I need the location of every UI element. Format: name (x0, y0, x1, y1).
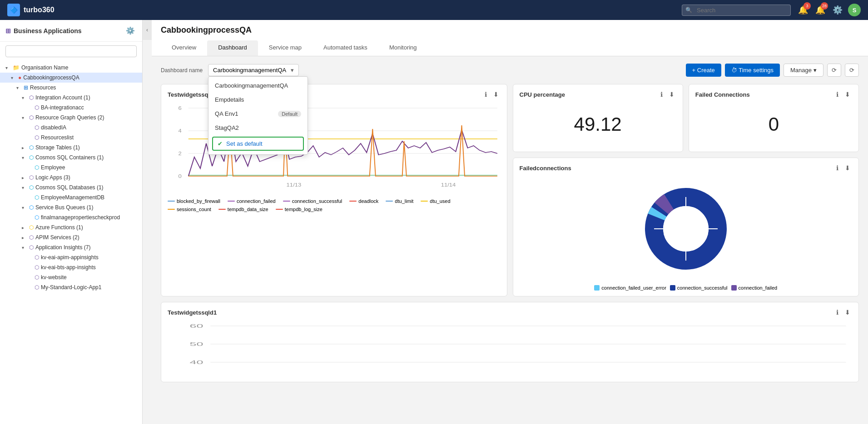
avatar[interactable]: S (848, 4, 861, 16)
tree-item-icon: ⬡ (29, 234, 34, 241)
notification-badge-1: 3 (804, 2, 811, 10)
donut-color-successful (670, 285, 675, 291)
tree-item-label: Cosmos SQL Databases (1) (35, 184, 139, 191)
alerts-button[interactable]: 🔔 28 (813, 3, 827, 17)
tree-item-my-standard-logic-app1[interactable]: ⬡My-Standard-Logic-App1 (0, 282, 142, 292)
dashboard-area: Dashboard name CarbookingmanagementQA ▾ … (152, 56, 868, 424)
failed-connections-info-button[interactable]: ℹ (834, 90, 840, 99)
cpu-download-button[interactable]: ⬇ (667, 90, 676, 99)
tree-item-apim-services-(2)[interactable]: ▸⬡APIM Services (2) (0, 232, 142, 242)
app-name: turbo360 (24, 6, 55, 14)
tree-item-icon: ⊞ (24, 84, 28, 91)
set-as-default-button[interactable]: ✔ Set as default (212, 137, 304, 151)
donut-info-button[interactable]: ℹ (834, 163, 840, 173)
dropdown-item-stagqa2[interactable]: StagQA2 (208, 121, 308, 135)
tree-item-icon: ⬡ (29, 114, 34, 121)
donut-color-user-error (594, 285, 600, 291)
dropdown-item-carbooking[interactable]: CarbookingmanagementQA (208, 79, 308, 93)
sidebar-collapse-button[interactable]: ‹ (143, 20, 152, 40)
tree-item-label: Resourceslist (41, 134, 139, 141)
tree-item-label: finalmanagepropertiescheckprod (41, 214, 139, 221)
chart-download-button[interactable]: ⬇ (491, 90, 501, 99)
tree-item-cabbookingprocessqa[interactable]: ▾●CabbookingprocessQA (0, 73, 142, 83)
sidebar-settings-button[interactable]: ⚙️ (124, 25, 137, 37)
legend-sessions-count: sessions_count (168, 207, 211, 212)
tree-item-organisation-name[interactable]: ▾📁Organisation Name (0, 63, 142, 73)
dashboard-name-label: Dashboard name (161, 67, 203, 74)
tab-overview[interactable]: Overview (161, 40, 207, 56)
tree-item-icon: ⬡ (35, 194, 39, 201)
dashboard-toolbar: Dashboard name CarbookingmanagementQA ▾ … (161, 64, 859, 77)
tree-item-resource-graph-queries-(2)[interactable]: ▾⬡Resource Graph Queries (2) (0, 113, 142, 123)
tree-item-icon: ⬡ (35, 214, 39, 221)
tree-item-azure-functions-(1)[interactable]: ▸⬡Azure Functions (1) (0, 222, 142, 232)
sidebar-search-input[interactable] (5, 45, 137, 57)
tab-dashboard[interactable]: Dashboard (207, 40, 258, 56)
tree-item-icon: ⬡ (35, 134, 39, 141)
failed-connections-actions: ℹ ⬇ (834, 90, 852, 99)
failed-connections-download-button[interactable]: ⬇ (843, 90, 852, 99)
svg-text:40: 40 (189, 360, 203, 365)
tree-item-icon: ⬡ (29, 154, 34, 161)
manage-button[interactable]: Manage ▾ (784, 64, 823, 77)
sidebar-title-text: Business Applications (14, 27, 82, 35)
tree-item-employeemanagementdb[interactable]: ⬡EmployeeManagementDB (0, 192, 142, 202)
dropdown-item-qaenv1[interactable]: QA Env1 Default (208, 107, 308, 121)
tree-item-application-insights-(7)[interactable]: ▾⬡Application Insights (7) (0, 242, 142, 252)
refresh-button-2[interactable]: ⟳ (845, 64, 859, 77)
app-logo[interactable]: 🔷 turbo360 (7, 4, 55, 16)
svg-text:11/13: 11/13 (287, 182, 302, 187)
chart-info-button[interactable]: ℹ (483, 90, 489, 99)
legend-dtu-used: dtu_used (421, 198, 450, 204)
dashboard-dropdown-trigger[interactable]: CarbookingmanagementQA ▾ (208, 64, 299, 76)
tree-item-cosmos-sql-containers-(1)[interactable]: ▾⬡Cosmos SQL Containers (1) (0, 153, 142, 163)
tree-item-label: kv-website (41, 274, 139, 281)
tree-item-integration-account-(1)[interactable]: ▾⬡Integration Account (1) (0, 93, 142, 103)
second-chart-svg: 60 50 40 (168, 320, 852, 376)
tree-item-label: Integration Account (1) (35, 94, 139, 101)
tree-item-disabledia[interactable]: ⬡disabledIA (0, 123, 142, 133)
tree-item-label: Employee (41, 164, 139, 171)
selected-dashboard: CarbookingmanagementQA (213, 67, 286, 74)
refresh-button-1[interactable]: ⟳ (827, 64, 841, 77)
cpu-info-button[interactable]: ℹ (659, 90, 665, 99)
manage-chevron-icon: ▾ (813, 67, 817, 74)
create-button[interactable]: + Create (686, 64, 721, 77)
tree-item-finalmanagepropertiescheckprod[interactable]: ⬡finalmanagepropertiescheckprod (0, 212, 142, 222)
tree-item-cosmos-sql-databases-(1)[interactable]: ▾⬡Cosmos SQL Databases (1) (0, 182, 142, 192)
tree-item-storage-tables-(1)[interactable]: ▸⬡Storage Tables (1) (0, 143, 142, 153)
second-chart-download-button[interactable]: ⬇ (843, 308, 852, 317)
legend-deadlock: deadlock (349, 198, 378, 204)
legend-dtu-limit: dtu_limit (386, 198, 413, 204)
second-chart-info-button[interactable]: ℹ (834, 308, 840, 317)
tree-item-kv-eai-bts-app-insights[interactable]: ⬡kv-eai-bts-app-insights (0, 262, 142, 272)
tab-monitoring[interactable]: Monitoring (378, 40, 428, 56)
chart-actions: ℹ ⬇ (483, 90, 501, 99)
tree-item-ba-integrationacc[interactable]: ⬡BA-integrationacc (0, 103, 142, 113)
tree-chevron-icon: ▾ (5, 65, 11, 70)
tree-item-resources[interactable]: ▾⊞Resources (0, 83, 142, 93)
tree-item-employee[interactable]: ⬡Employee (0, 163, 142, 173)
tree-item-label: Service Bus Queues (1) (35, 204, 139, 211)
failed-connections-value: 0 (695, 103, 852, 146)
tree-item-logic-apps-(3)[interactable]: ▸⬡Logic Apps (3) (0, 173, 142, 182)
donut-legend-failed: connection_failed (731, 285, 778, 291)
tab-automated-tasks[interactable]: Automated tasks (312, 40, 378, 56)
search-input[interactable] (682, 5, 791, 16)
settings-button[interactable]: ⚙️ (831, 3, 844, 17)
tree-item-resourceslist[interactable]: ⬡Resourceslist (0, 133, 142, 143)
tree-item-kv-eai-apim-appinsights[interactable]: ⬡kv-eai-apim-appinsights (0, 252, 142, 262)
tree-item-icon: ⬡ (35, 254, 39, 261)
time-settings-button[interactable]: ⏱ Time settings (725, 64, 780, 77)
dropdown-item-empdetails[interactable]: Empdetails (208, 93, 308, 107)
sidebar-title: ⊞ Business Applications (5, 27, 82, 35)
tree-item-service-bus-queues-(1)[interactable]: ▾⬡Service Bus Queues (1) (0, 202, 142, 212)
donut-download-button[interactable]: ⬇ (843, 163, 852, 173)
svg-text:11/14: 11/14 (441, 182, 456, 187)
tab-service-map[interactable]: Service map (258, 40, 312, 56)
tree-item-kv-website[interactable]: ⬡kv-website (0, 272, 142, 282)
donut-color-failed (731, 285, 737, 291)
second-chart-header: Testwidgetssqld1 ℹ ⬇ (168, 308, 852, 317)
notifications-button[interactable]: 🔔 3 (796, 3, 810, 17)
donut-chart-card: Failedconnections ℹ ⬇ (513, 158, 859, 296)
